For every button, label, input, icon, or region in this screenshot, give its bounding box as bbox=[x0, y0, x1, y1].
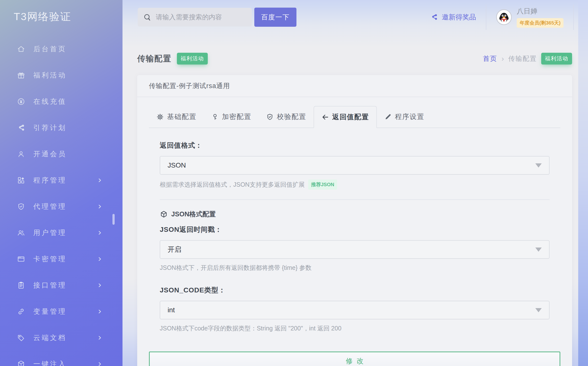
divider bbox=[486, 4, 486, 30]
card-title: 传输配置-例子测试rsa通用 bbox=[137, 75, 572, 97]
tab-program-settings[interactable]: 程序设置 bbox=[377, 106, 432, 128]
sidebar-menu: 后台首页 福利活动 在线充值 引荐计划 bbox=[0, 36, 122, 366]
breadcrumb-home[interactable]: 首页 bbox=[483, 54, 497, 63]
app-logo: T3网络验证 bbox=[0, 0, 122, 24]
chevron-right-icon bbox=[97, 256, 102, 262]
select-value: JSON bbox=[168, 161, 186, 169]
penguin-avatar-icon bbox=[497, 11, 511, 24]
avatar bbox=[496, 9, 512, 25]
chevron-right-icon bbox=[97, 230, 102, 235]
shield-check-icon bbox=[17, 202, 25, 211]
pencil-icon bbox=[384, 113, 392, 121]
divider bbox=[160, 199, 550, 200]
field-help: JSON格式下，开启后所有返回数据都将携带 {time} 参数 bbox=[160, 264, 550, 272]
home-icon bbox=[17, 45, 25, 53]
card-body: 基础配置 加密配置 校验配置 返回值配置 bbox=[137, 97, 572, 366]
breadcrumb-badge: 福利活动 bbox=[541, 53, 572, 65]
sidebar-item-welfare[interactable]: 福利活动 bbox=[0, 62, 122, 88]
gear-icon bbox=[156, 113, 164, 121]
clipboard-icon bbox=[17, 281, 25, 290]
json-section-title: JSON格式配置 bbox=[171, 210, 216, 219]
card-icon bbox=[17, 255, 25, 263]
cube-icon bbox=[17, 360, 25, 366]
invite-link[interactable]: 邀新得奖品 bbox=[430, 13, 476, 22]
invite-label: 邀新得奖品 bbox=[442, 13, 476, 22]
tab-return-config[interactable]: 返回值配置 bbox=[314, 106, 377, 128]
sidebar-item-docs[interactable]: 云端文档 bbox=[0, 325, 122, 351]
field-help: JSON格式下code字段的数据类型：String 返回 "200"，int 返… bbox=[160, 324, 550, 332]
tab-basic-config[interactable]: 基础配置 bbox=[149, 106, 204, 128]
breadcrumb: 首页 › 传输配置 福利活动 bbox=[483, 53, 572, 65]
sidebar-item-api[interactable]: 接口管理 bbox=[0, 272, 122, 298]
tabs: 基础配置 加密配置 校验配置 返回值配置 bbox=[149, 106, 560, 128]
user-name: 八日婵 bbox=[517, 7, 564, 16]
sidebar-item-agents[interactable]: 代理管理 bbox=[0, 193, 122, 220]
content: 传输配置 福利活动 首页 › 传输配置 福利活动 传输配置-例子测试rsa通用 bbox=[122, 34, 588, 366]
chevron-right-icon bbox=[97, 178, 102, 183]
sidebar-item-referral[interactable]: 引荐计划 bbox=[0, 115, 122, 141]
sidebar-scrollbar-thumb[interactable] bbox=[112, 214, 115, 225]
yen-circle-icon bbox=[17, 97, 25, 106]
divider bbox=[573, 4, 574, 30]
tab-content: 返回值格式： JSON 根据需求选择返回值格式，JSON支持更多返回值扩展 推荐… bbox=[149, 128, 560, 366]
tab-encrypt-config[interactable]: 加密配置 bbox=[204, 106, 259, 128]
key-icon bbox=[211, 113, 219, 121]
caret-down-icon bbox=[535, 163, 542, 168]
caret-down-icon bbox=[535, 308, 542, 312]
breadcrumb-current: 传输配置 bbox=[508, 54, 537, 63]
modify-button[interactable]: 修改 bbox=[149, 352, 560, 366]
field-json-timestamp: JSON返回时间戳： 开启 JSON格式下，开启后所有返回数据都将携带 {tim… bbox=[160, 225, 550, 272]
recommend-json-badge: 推荐JSON bbox=[308, 180, 337, 190]
user-icon bbox=[17, 150, 25, 158]
json-timestamp-select[interactable]: 开启 bbox=[160, 240, 550, 259]
package-icon bbox=[160, 210, 168, 218]
page-scrollbar-strip[interactable] bbox=[578, 0, 588, 366]
tag-icon bbox=[17, 333, 25, 342]
sidebar-item-dashboard[interactable]: 后台首页 bbox=[0, 36, 122, 62]
json-section-heading: JSON格式配置 bbox=[160, 210, 550, 219]
app-root: T3网络验证 后台首页 福利活动 在线充值 bbox=[0, 0, 588, 366]
users-icon bbox=[17, 228, 25, 237]
gift-icon bbox=[17, 71, 25, 80]
sidebar: T3网络验证 后台首页 福利活动 在线充值 bbox=[0, 0, 122, 366]
caret-down-icon bbox=[535, 248, 542, 252]
sidebar-item-variables[interactable]: 变量管理 bbox=[0, 298, 122, 325]
share-icon bbox=[17, 123, 25, 132]
sidebar-item-recharge[interactable]: 在线充值 bbox=[0, 88, 122, 115]
breadcrumb-separator: › bbox=[502, 55, 504, 62]
search-button[interactable]: 百度一下 bbox=[254, 8, 296, 27]
user-menu[interactable]: 八日婵 年度会员(剩365天) bbox=[496, 7, 564, 28]
arrow-left-icon bbox=[321, 113, 329, 121]
link-icon bbox=[17, 307, 25, 316]
search-icon bbox=[143, 13, 151, 21]
field-label: 返回值格式： bbox=[160, 141, 550, 150]
search-box bbox=[138, 8, 252, 26]
page-title-badge: 福利活动 bbox=[177, 53, 208, 65]
return-format-select[interactable]: JSON bbox=[160, 156, 550, 175]
search-input[interactable] bbox=[156, 13, 246, 21]
sidebar-item-membership[interactable]: 开通会员 bbox=[0, 141, 122, 167]
share-icon bbox=[430, 13, 438, 21]
sidebar-item-users[interactable]: 用户管理 bbox=[0, 220, 122, 246]
field-return-format: 返回值格式： JSON 根据需求选择返回值格式，JSON支持更多返回值扩展 推荐… bbox=[160, 141, 550, 190]
chevron-right-icon bbox=[97, 309, 102, 314]
page-head: 传输配置 福利活动 首页 › 传输配置 福利活动 bbox=[137, 53, 572, 65]
tab-verify-config[interactable]: 校验配置 bbox=[259, 106, 314, 128]
chevron-right-icon bbox=[97, 204, 102, 209]
sidebar-item-programs[interactable]: 程序管理 bbox=[0, 167, 122, 193]
page-title: 传输配置 bbox=[137, 53, 172, 64]
main-area: 百度一下 邀新得奖品 bbox=[122, 0, 588, 366]
sidebar-item-inject[interactable]: 一键注入 bbox=[0, 351, 122, 366]
field-label: JSON返回时间戳： bbox=[160, 225, 550, 234]
json-code-type-select[interactable]: int bbox=[160, 301, 550, 319]
user-meta: 八日婵 年度会员(剩365天) bbox=[517, 7, 564, 28]
config-card: 传输配置-例子测试rsa通用 基础配置 加密配置 校验 bbox=[137, 75, 572, 366]
field-help: 根据需求选择返回值格式，JSON支持更多返回值扩展 推荐JSON bbox=[160, 180, 550, 190]
sidebar-item-cardkeys[interactable]: 卡密管理 bbox=[0, 246, 122, 272]
chevron-right-icon bbox=[97, 361, 102, 366]
membership-badge: 年度会员(剩365天) bbox=[517, 18, 564, 28]
search-group: 百度一下 bbox=[138, 8, 296, 27]
select-value: int bbox=[168, 306, 175, 314]
shield-check-icon bbox=[266, 113, 274, 121]
chevron-right-icon bbox=[97, 283, 102, 288]
